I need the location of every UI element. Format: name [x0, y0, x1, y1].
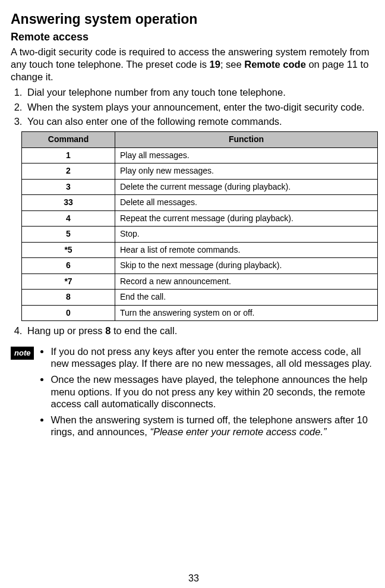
- table-row: *7Record a new announcement.: [22, 273, 378, 290]
- function-cell: Repeat the current message (during playb…: [115, 210, 378, 227]
- steps-list-continued: Hang up or press 8 to end the call.: [11, 325, 377, 337]
- table-row: 6Skip to the next message (during playba…: [22, 258, 378, 274]
- page-number: 33: [11, 573, 377, 584]
- steps-list: Dial your telephone number from any touc…: [11, 86, 377, 128]
- command-cell: 3: [22, 179, 115, 195]
- note-item: If you do not press any keys after you e…: [51, 345, 377, 370]
- remote-code-ref: Remote code: [244, 59, 306, 70]
- command-cell: 33: [22, 195, 115, 211]
- table-row: 0Turn the answering system on or off.: [22, 305, 378, 321]
- command-cell: 6: [22, 258, 115, 274]
- function-cell: End the call.: [115, 290, 378, 306]
- command-cell: 8: [22, 290, 115, 306]
- command-cell: 4: [22, 210, 115, 227]
- command-cell: 2: [22, 163, 115, 180]
- table-row: 2Play only new messages.: [22, 163, 378, 180]
- note-badge: note: [11, 347, 34, 360]
- table-row: 5Stop.: [22, 227, 378, 243]
- table-row: 33Delete all messages.: [22, 195, 378, 211]
- function-cell: Play only new messages.: [115, 163, 378, 180]
- step-item: Hang up or press 8 to end the call.: [25, 325, 377, 337]
- step-text: to end the call.: [111, 325, 177, 336]
- function-cell: Record a new announcement.: [115, 273, 378, 290]
- command-cell: 0: [22, 305, 115, 321]
- note-item: Once the new messages have played, the t…: [51, 373, 377, 410]
- table-row: 8End the call.: [22, 290, 378, 306]
- function-cell: Play all messages.: [115, 147, 378, 163]
- intro-text: ; see: [220, 59, 244, 70]
- table-row: 3Delete the current message (during play…: [22, 179, 378, 195]
- intro-paragraph: A two-digit security code is required to…: [11, 46, 377, 83]
- function-cell: Hear a list of remote commands.: [115, 242, 378, 258]
- step-item: Dial your telephone number from any touc…: [25, 86, 377, 99]
- note-block: note If you do not press any keys after …: [11, 345, 377, 442]
- function-cell: Delete the current message (during playb…: [115, 179, 378, 195]
- step-item: When the system plays your announcement,…: [25, 101, 377, 114]
- note-item: When the answering system is turned off,…: [51, 414, 377, 438]
- step-item: You can also enter one of the following …: [25, 115, 377, 128]
- function-cell: Turn the answering system on or off.: [115, 305, 378, 321]
- command-cell: *5: [22, 242, 115, 258]
- function-cell: Stop.: [115, 227, 378, 243]
- command-cell: 5: [22, 227, 115, 243]
- command-cell: 1: [22, 147, 115, 163]
- step-text: Hang up or press: [27, 325, 105, 336]
- section-title: Remote access: [11, 30, 377, 44]
- function-cell: Skip to the next message (during playbac…: [115, 258, 378, 274]
- table-header: Function: [115, 132, 378, 148]
- command-cell: *7: [22, 273, 115, 290]
- function-cell: Delete all messages.: [115, 195, 378, 211]
- table-header-row: Command Function: [22, 132, 378, 148]
- preset-code: 19: [210, 59, 220, 70]
- commands-table: Command Function 1Play all messages. 2Pl…: [21, 131, 378, 321]
- table-header: Command: [22, 132, 115, 148]
- page-title: Answering system operation: [11, 11, 377, 28]
- table-row: 4Repeat the current message (during play…: [22, 210, 378, 227]
- note-list: If you do not press any keys after you e…: [40, 345, 377, 442]
- note-quote: “Please enter your remote access code.”: [150, 426, 326, 437]
- table-row: 1Play all messages.: [22, 147, 378, 163]
- table-row: *5Hear a list of remote commands.: [22, 242, 378, 258]
- key-press: 8: [105, 325, 111, 336]
